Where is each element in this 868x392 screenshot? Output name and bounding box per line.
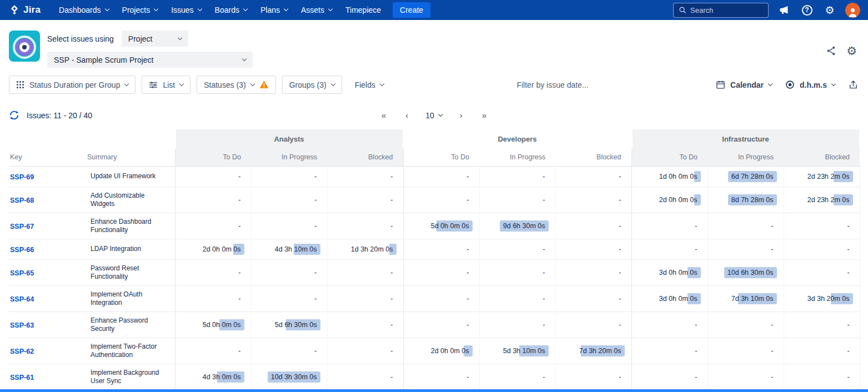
nav-item-assets[interactable]: Assets <box>295 2 338 18</box>
main-nav: DashboardsProjectsIssuesBoardsPlansAsset… <box>53 2 387 18</box>
project-dropdown[interactable]: SSP - Sample Scrum Project <box>47 52 253 68</box>
issue-row: SSP-65Password Reset Functionality------… <box>9 259 860 285</box>
duration-value: - <box>615 194 624 205</box>
duration-cell: - <box>327 338 403 364</box>
nav-item-dashboards[interactable]: Dashboards <box>53 2 115 18</box>
nav-item-projects[interactable]: Projects <box>116 2 164 18</box>
table-body: SSP-69Update UI Framework------1d 0h 0m … <box>9 166 860 392</box>
issue-key-link[interactable]: SSP-64 <box>10 295 34 303</box>
page-size-dropdown[interactable]: 10 <box>425 111 443 120</box>
issue-date-filter-input[interactable] <box>489 81 616 89</box>
nav-item-boards[interactable]: Boards <box>209 2 253 18</box>
calendar-dropdown[interactable]: Calendar <box>715 76 773 94</box>
duration-cell: - <box>555 166 631 187</box>
bottom-accent-bar <box>0 389 868 392</box>
duration-cell: - <box>251 187 327 213</box>
duration-value: 4d 3h 0m 0s <box>199 371 244 383</box>
issue-key-link[interactable]: SSP-61 <box>10 374 34 381</box>
duration-cell: 3d 3h 20m 0s <box>784 285 860 311</box>
duration-cell: 1d 0h 0m 0s <box>631 166 708 187</box>
duration-value: 1d 0h 0m 0s <box>656 171 701 182</box>
chevron-down-icon <box>124 82 129 86</box>
duration-cell: 10d 6h 30m 0s <box>708 259 784 285</box>
duration-cell: - <box>555 213 631 239</box>
nav-item-label: Assets <box>301 6 324 14</box>
issue-summary: Implement Two-Factor Authentication <box>86 338 175 364</box>
duration-value: - <box>691 244 700 255</box>
duration-cell: - <box>555 364 631 390</box>
search-input[interactable] <box>690 6 763 14</box>
export-button[interactable] <box>847 76 859 94</box>
duration-cell: - <box>631 338 708 364</box>
issue-key-link[interactable]: SSP-67 <box>10 223 34 230</box>
duration-value: - <box>691 220 700 232</box>
duration-value: 2d 0h 0m 0s <box>428 345 473 356</box>
fields-dropdown[interactable]: Fields <box>348 76 390 94</box>
duration-value: 5d 0h 0m 0s <box>199 319 244 330</box>
duration-value: - <box>387 194 396 205</box>
help-button[interactable]: ? <box>800 3 814 17</box>
duration-cell: - <box>708 239 784 259</box>
duration-value: 1d 3h 20m 0s <box>348 244 397 255</box>
duration-cell: - <box>175 213 251 239</box>
duration-cell: - <box>784 259 860 285</box>
key-cell: SSP-66 <box>9 239 86 259</box>
nav-item-plans[interactable]: Plans <box>254 2 294 18</box>
issue-key-link[interactable]: SSP-68 <box>10 197 34 204</box>
pagination: « ‹ 10 › » <box>379 109 489 121</box>
duration-value: 10d 6h 30m 0s <box>724 267 777 278</box>
create-button[interactable]: Create <box>393 2 430 18</box>
user-avatar[interactable] <box>845 3 860 18</box>
nav-item-issues[interactable]: Issues <box>165 2 207 18</box>
duration-cell: - <box>708 311 784 338</box>
nav-item-label: Plans <box>260 6 280 14</box>
last-page-button[interactable]: » <box>480 109 489 121</box>
issue-row: SSP-64Implement OAuth Integration------3… <box>9 285 860 311</box>
issue-key-link[interactable]: SSP-62 <box>10 348 34 355</box>
duration-value: - <box>691 371 700 383</box>
duration-format-dropdown[interactable]: d.h.m.s <box>784 76 836 94</box>
jira-logo[interactable]: Jira <box>9 4 41 16</box>
issue-key-link[interactable]: SSP-69 <box>10 173 34 181</box>
key-cell: SSP-62 <box>9 338 86 364</box>
duration-value: 3d 0h 0m 0s <box>656 267 701 278</box>
report-toolbar: Status Duration per Group List Statuses … <box>0 72 868 100</box>
duration-value: - <box>311 194 320 205</box>
chevron-down-icon <box>439 112 443 116</box>
duration-value: - <box>767 244 776 255</box>
duration-cell: - <box>175 259 251 285</box>
report-settings-button[interactable]: ⚙ <box>846 45 857 57</box>
settings-button[interactable]: ⚙ <box>822 3 837 17</box>
global-search[interactable] <box>673 3 769 18</box>
duration-value: - <box>615 220 624 232</box>
duration-value: - <box>615 293 624 304</box>
duration-cell: - <box>784 213 860 239</box>
groups-dropdown[interactable]: Groups (3) <box>282 76 342 94</box>
duration-cell: 4d 3h 0m 0s <box>175 364 251 390</box>
nav-item-timepiece[interactable]: Timepiece <box>339 2 387 18</box>
duration-cell: 4d 3h 10m 0s <box>251 239 327 259</box>
first-page-button[interactable]: « <box>379 109 388 121</box>
announcements-button[interactable] <box>777 3 791 17</box>
key-cell: SSP-61 <box>9 364 86 390</box>
statuses-dropdown[interactable]: Statuses (3) <box>197 76 275 94</box>
duration-value: - <box>235 194 244 205</box>
share-button[interactable] <box>826 46 836 56</box>
duration-cell: 2d 23h 2m 0s <box>784 187 860 213</box>
duration-value: - <box>844 319 852 330</box>
jira-logo-icon <box>9 4 20 16</box>
chevron-down-icon <box>330 82 335 86</box>
issue-key-link[interactable]: SSP-65 <box>10 269 34 277</box>
duration-value: 3d 0h 0m 0s <box>656 293 701 304</box>
issue-key-link[interactable]: SSP-63 <box>10 321 34 329</box>
table-corner <box>9 129 175 149</box>
issue-key-link[interactable]: SSP-66 <box>10 246 34 254</box>
duration-cell: - <box>784 239 860 259</box>
refresh-button[interactable] <box>9 110 19 120</box>
view-type-dropdown[interactable]: Status Duration per Group <box>9 76 136 94</box>
select-mode-dropdown[interactable]: Project <box>122 31 188 47</box>
prev-page-button[interactable]: ‹ <box>403 109 410 121</box>
duration-cell: - <box>555 311 631 338</box>
next-page-button[interactable]: › <box>458 109 465 121</box>
layout-dropdown[interactable]: List <box>142 76 190 94</box>
